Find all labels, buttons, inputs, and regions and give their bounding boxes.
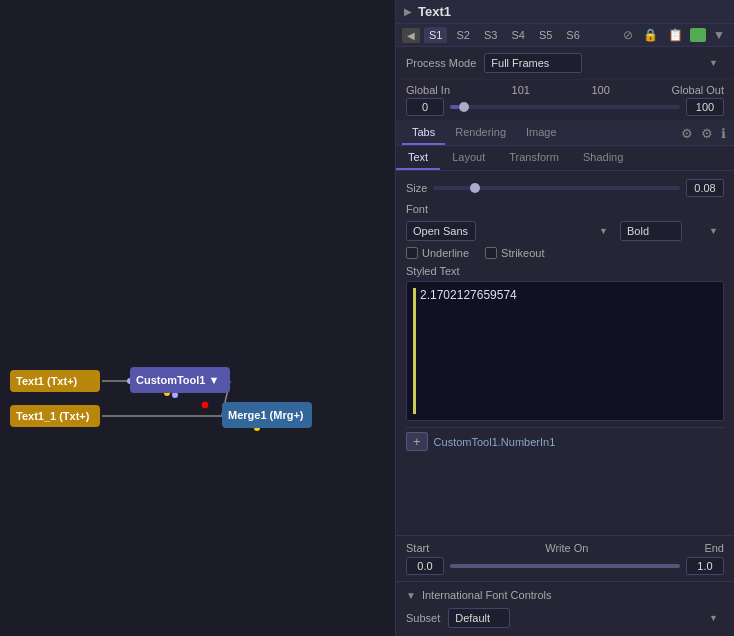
write-on-slider[interactable]	[450, 564, 680, 568]
global-in-value[interactable]: 0	[406, 98, 444, 116]
global-out-value[interactable]: 100	[686, 98, 724, 116]
gear-icon-1[interactable]: ⚙	[679, 124, 695, 143]
font-weight-select[interactable]: Bold Regular Italic Bold Italic	[620, 221, 682, 241]
write-on-fill	[450, 564, 680, 568]
global-slider[interactable]	[450, 100, 680, 114]
node-graph: Text1 (Txt+) CustomTool1 ▼ Text1_1 (Txt+…	[0, 0, 395, 636]
panel-title: Text1	[418, 4, 451, 19]
global-in-label: Global In	[406, 84, 450, 96]
intl-font-header[interactable]: ▼ International Font Controls	[406, 586, 724, 604]
collapse-arrow-icon: ▼	[406, 590, 416, 601]
tab-s3[interactable]: S3	[479, 27, 502, 43]
strikeout-item: Strikeout	[485, 247, 544, 259]
title-bar: ▶ Text1	[396, 0, 734, 24]
write-on-track-row: 0.0 1.0	[406, 557, 724, 575]
slider-track	[450, 105, 680, 109]
node-text1-label: Text1 (Txt+)	[16, 375, 77, 387]
slider-right-value: 100	[591, 84, 609, 96]
sub-tab-shading[interactable]: Shading	[571, 146, 635, 170]
gear-icon-2[interactable]: ⚙	[699, 124, 715, 143]
sub-tabs-bar: Text Layout Transform Shading	[396, 146, 734, 171]
tab-s5[interactable]: S5	[534, 27, 557, 43]
styled-text-section: Styled Text 2.1702127659574	[406, 265, 724, 421]
right-panel: ▶ Text1 ◀ S1 S2 S3 S4 S5 S6 ⊘ 🔒 📋 ▼ Proc…	[395, 0, 734, 636]
title-arrow-icon: ▶	[404, 6, 412, 17]
content-area: Size 0.08 Font Open Sans Arial Helvetica…	[396, 171, 734, 535]
sub-tab-transform[interactable]: Transform	[497, 146, 571, 170]
inner-tab-tabs[interactable]: Tabs	[402, 121, 445, 145]
end-label: End	[704, 542, 724, 554]
no-entry-icon[interactable]: ⊘	[620, 27, 636, 43]
checkbox-row: Underline Strikeout	[406, 247, 724, 259]
process-mode-label: Process Mode	[406, 57, 476, 69]
write-on-label: Write On	[545, 542, 588, 554]
global-out-label: Global Out	[671, 84, 724, 96]
sub-tab-text[interactable]: Text	[396, 146, 440, 170]
size-row: Size 0.08	[406, 179, 724, 197]
node-customtool[interactable]: CustomTool1 ▼	[130, 367, 230, 393]
intl-font-section: ▼ International Font Controls Subset Def…	[396, 581, 734, 636]
write-on-section: Start Write On End 0.0 1.0	[396, 535, 734, 581]
add-expression-button[interactable]: +	[406, 432, 428, 451]
clipboard-icon[interactable]: 📋	[665, 27, 686, 43]
sub-tab-layout[interactable]: Layout	[440, 146, 497, 170]
font-name-dropdown-wrap: Open Sans Arial Helvetica	[406, 221, 614, 241]
tab-row: ◀ S1 S2 S3 S4 S5 S6 ⊘ 🔒 📋 ▼	[396, 24, 734, 47]
svg-point-8	[202, 402, 208, 408]
back-button[interactable]: ◀	[402, 28, 420, 43]
node-text1-1-label: Text1_1 (Txt+)	[16, 410, 89, 422]
font-name-select[interactable]: Open Sans Arial Helvetica	[406, 221, 476, 241]
slider-mid-value: 101	[512, 84, 530, 96]
write-on-end-value[interactable]: 1.0	[686, 557, 724, 575]
tab-s2[interactable]: S2	[451, 27, 474, 43]
subset-row: Subset Default Latin Chinese Japanese	[406, 604, 724, 632]
size-slider[interactable]	[433, 181, 680, 195]
font-weight-dropdown-wrap: Bold Regular Italic Bold Italic	[620, 221, 724, 241]
global-labels: Global In 101 100 Global Out	[406, 84, 724, 96]
subset-select[interactable]: Default Latin Chinese Japanese	[448, 608, 510, 628]
node-text1[interactable]: Text1 (Txt+)	[10, 370, 100, 392]
size-thumb[interactable]	[470, 183, 480, 193]
write-on-labels: Start Write On End	[406, 542, 724, 554]
underline-checkbox[interactable]	[406, 247, 418, 259]
custom-tool-row: + CustomTool1.NumberIn1	[406, 427, 724, 455]
inner-tab-icons: ⚙ ⚙ ℹ	[679, 121, 728, 145]
inner-tab-image[interactable]: Image	[516, 121, 567, 145]
custom-tool-text: CustomTool1.NumberIn1	[434, 436, 556, 448]
strikeout-label: Strikeout	[501, 247, 544, 259]
font-row: Open Sans Arial Helvetica Bold Regular I…	[406, 221, 724, 241]
styled-text-area[interactable]: 2.1702127659574	[406, 281, 724, 421]
node-merge[interactable]: Merge1 (Mrg+)	[222, 402, 312, 428]
tab-s4[interactable]: S4	[506, 27, 529, 43]
font-section-label: Font	[406, 203, 724, 215]
tab-s1[interactable]: S1	[424, 27, 447, 43]
chevron-down-icon[interactable]: ▼	[710, 27, 728, 43]
lock-icon[interactable]: 🔒	[640, 27, 661, 43]
process-mode-row: Process Mode Full Frames Half Frames Fie…	[396, 47, 734, 80]
start-label: Start	[406, 542, 429, 554]
tab-s6[interactable]: S6	[561, 27, 584, 43]
intl-font-label: International Font Controls	[422, 589, 552, 601]
inner-tabs-bar: Tabs Rendering Image ⚙ ⚙ ℹ	[396, 121, 734, 146]
underline-item: Underline	[406, 247, 469, 259]
node-text1-1[interactable]: Text1_1 (Txt+)	[10, 405, 100, 427]
info-icon[interactable]: ℹ	[719, 124, 728, 143]
text-cursor-bar	[413, 288, 416, 414]
process-mode-dropdown-wrap: Full Frames Half Frames Fields Separated…	[484, 53, 724, 73]
size-value[interactable]: 0.08	[686, 179, 724, 197]
inner-tab-rendering[interactable]: Rendering	[445, 121, 516, 145]
size-label: Size	[406, 182, 427, 194]
subset-label: Subset	[406, 612, 440, 624]
subset-dropdown-wrap: Default Latin Chinese Japanese	[448, 608, 724, 628]
color-indicator[interactable]	[690, 28, 706, 42]
strikeout-checkbox[interactable]	[485, 247, 497, 259]
node-merge-label: Merge1 (Mrg+)	[228, 409, 304, 421]
global-numbers: 0 100	[406, 98, 724, 116]
styled-text-content: 2.1702127659574	[420, 288, 717, 414]
node-customtool-label: CustomTool1 ▼	[136, 374, 219, 386]
write-on-start-value[interactable]: 0.0	[406, 557, 444, 575]
global-in-out-row: Global In 101 100 Global Out 0 100	[396, 80, 734, 121]
process-mode-select[interactable]: Full Frames Half Frames Fields Separated…	[484, 53, 582, 73]
underline-label: Underline	[422, 247, 469, 259]
node-connections	[0, 0, 395, 636]
